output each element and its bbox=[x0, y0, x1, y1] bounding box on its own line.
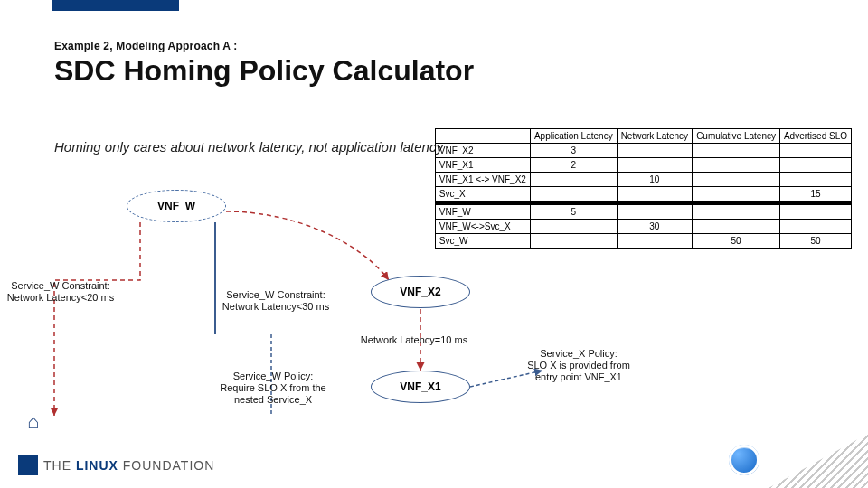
row-label: VNF_X1 bbox=[435, 158, 530, 173]
diagram-area: VNF_W VNF_X2 VNF_X1 Service_W Constraint… bbox=[0, 190, 868, 425]
annotation-policy-x: Service_X Policy: SLO X is provided from… bbox=[506, 348, 651, 384]
accent-bar bbox=[52, 0, 179, 11]
col-app-latency: Application Latency bbox=[530, 129, 617, 144]
page-title: SDC Homing Policy Calculator bbox=[54, 54, 474, 88]
att-logo-icon bbox=[729, 445, 760, 475]
table-header-row: Application Latency Network Latency Cumu… bbox=[435, 129, 851, 144]
cell: 3 bbox=[530, 144, 617, 158]
eyebrow-text: Example 2, Modeling Approach A : bbox=[54, 40, 474, 52]
node-label: VNF_X2 bbox=[400, 286, 440, 298]
col-net-latency: Network Latency bbox=[617, 129, 692, 144]
connector-lines bbox=[0, 190, 868, 461]
col-blank bbox=[435, 129, 530, 144]
node-vnf-x2: VNF_X2 bbox=[371, 276, 470, 308]
cell bbox=[693, 173, 780, 187]
cell bbox=[693, 158, 780, 173]
lf-logo-text: THE LINUX FOUNDATION bbox=[43, 458, 214, 473]
table-row: VNF_X1 2 bbox=[435, 158, 851, 173]
cell: 2 bbox=[530, 158, 617, 173]
top-bar bbox=[0, 0, 868, 27]
node-vnf-x1: VNF_X1 bbox=[371, 371, 470, 403]
cell bbox=[617, 158, 692, 173]
cell bbox=[779, 158, 851, 173]
corner-hatch bbox=[769, 434, 868, 488]
annotation-link-latency: Network Latency=10 ms bbox=[335, 334, 494, 346]
cell bbox=[779, 144, 851, 158]
node-label: VNF_W bbox=[157, 200, 195, 212]
row-label: VNF_X1 <-> VNF_X2 bbox=[435, 173, 530, 187]
cell bbox=[617, 144, 692, 158]
annotation-policy-w: Service_W Policy: Require SLO X from the… bbox=[201, 371, 345, 407]
col-adv-slo: Advertised SLO bbox=[779, 129, 851, 144]
subtitle: Homing only cares about network latency,… bbox=[54, 139, 443, 155]
node-vnf-w: VNF_W bbox=[127, 190, 226, 222]
col-cum-latency: Cumulative Latency bbox=[693, 129, 780, 144]
table-row: VNF_X2 3 bbox=[435, 144, 851, 158]
lf-logo-icon bbox=[18, 455, 38, 475]
footer-linux-foundation: THE LINUX FOUNDATION bbox=[18, 455, 214, 475]
annotation-constraint-20: Service_W Constraint: Network Latency<20… bbox=[2, 280, 119, 304]
home-icon: ⌂ bbox=[27, 410, 39, 434]
cell: 10 bbox=[617, 173, 692, 187]
cell bbox=[530, 173, 617, 187]
table-row: VNF_X1 <-> VNF_X2 10 bbox=[435, 173, 851, 187]
node-label: VNF_X1 bbox=[400, 380, 440, 393]
annotation-constraint-30: Service_W Constraint: Network Latency<30… bbox=[208, 289, 344, 313]
cell bbox=[693, 144, 780, 158]
cell bbox=[779, 173, 851, 187]
row-label: VNF_X2 bbox=[435, 144, 530, 158]
header: Example 2, Modeling Approach A : SDC Hom… bbox=[54, 40, 474, 88]
